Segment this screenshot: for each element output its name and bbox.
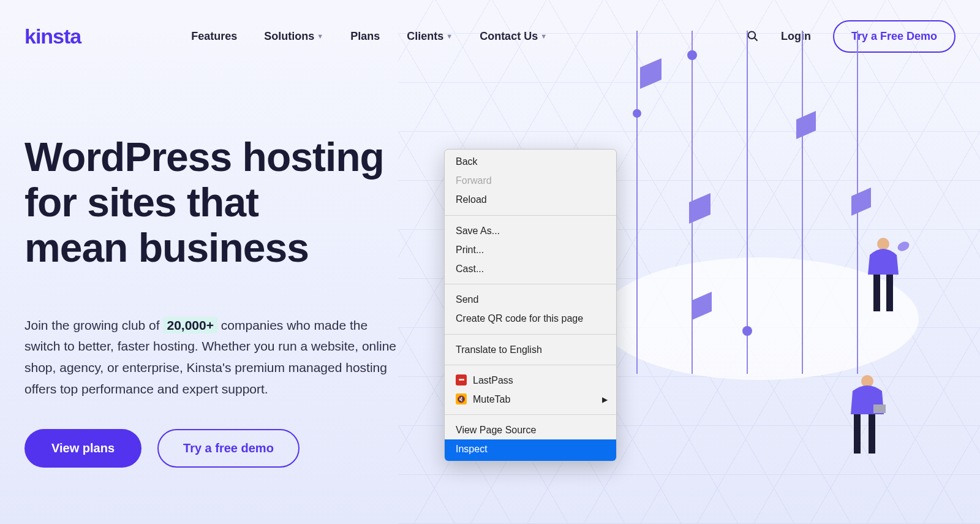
ctx-view-source[interactable]: View Page Source	[445, 418, 616, 439]
main-nav: Features Solutions▼ Plans Clients▼ Conta…	[191, 30, 547, 43]
mutetab-icon: 🔇	[456, 393, 467, 404]
nav-features[interactable]: Features	[191, 30, 237, 43]
svg-rect-21	[869, 414, 875, 454]
ctx-translate[interactable]: Translate to English	[445, 338, 616, 362]
svg-point-7	[742, 326, 752, 336]
svg-point-14	[877, 238, 889, 250]
svg-rect-20	[854, 414, 861, 454]
svg-point-0	[600, 257, 919, 380]
ctx-separator	[445, 334, 616, 335]
ctx-print[interactable]: Print...	[445, 240, 616, 259]
browser-context-menu: Back Forward Reload Save As... Print... …	[444, 149, 617, 461]
hero-section: WordPress hosting for sites that mean bu…	[0, 55, 441, 468]
ctx-reload[interactable]: Reload	[445, 190, 616, 211]
ctx-separator	[445, 284, 616, 284]
ctx-cast[interactable]: Cast...	[445, 259, 616, 281]
ctx-send[interactable]: Send	[445, 287, 616, 309]
svg-marker-9	[640, 58, 662, 89]
company-count-badge: 20,000+	[163, 317, 217, 333]
ctx-mutetab[interactable]: 🔇 MuteTab ▶	[445, 390, 616, 411]
chevron-down-icon: ▼	[540, 32, 547, 40]
search-icon[interactable]	[747, 30, 759, 42]
ctx-separator	[445, 215, 616, 216]
chevron-down-icon: ▼	[446, 32, 453, 40]
svg-rect-16	[886, 275, 893, 311]
try-free-demo-button[interactable]: Try a free demo	[157, 429, 300, 468]
svg-point-22	[748, 32, 755, 39]
submenu-arrow-icon: ▶	[602, 395, 608, 406]
svg-point-18	[861, 375, 873, 387]
svg-rect-19	[873, 404, 886, 413]
ctx-create-qr[interactable]: Create QR code for this page	[445, 309, 616, 330]
ctx-separator	[445, 414, 616, 415]
nav-clients[interactable]: Clients▼	[407, 30, 453, 43]
svg-line-23	[755, 38, 758, 41]
brand-logo[interactable]: kinsta	[24, 25, 81, 48]
ctx-inspect[interactable]: Inspect	[445, 439, 616, 461]
nav-plans[interactable]: Plans	[350, 30, 380, 43]
svg-point-8	[633, 109, 641, 118]
ctx-back[interactable]: Back	[445, 150, 616, 171]
nav-contact[interactable]: Contact Us▼	[480, 30, 547, 43]
nav-solutions[interactable]: Solutions▼	[264, 30, 323, 43]
page-title: WordPress hosting for sites that mean bu…	[24, 135, 441, 271]
svg-point-17	[896, 240, 911, 253]
view-plans-button[interactable]: View plans	[24, 429, 141, 468]
svg-marker-13	[851, 188, 871, 216]
lastpass-icon: •••	[456, 374, 467, 385]
ctx-lastpass[interactable]: ••• LastPass	[445, 368, 616, 390]
try-demo-button[interactable]: Try a Free Demo	[833, 20, 956, 53]
chevron-down-icon: ▼	[317, 32, 323, 40]
hero-subtitle: Join the growing club of 20,000+ compani…	[24, 315, 404, 400]
header-right: Login Try a Free Demo	[747, 20, 956, 53]
ctx-save-as[interactable]: Save As...	[445, 219, 616, 240]
cta-row: View plans Try a free demo	[24, 429, 441, 468]
ctx-separator	[445, 365, 616, 365]
site-header: kinsta Features Solutions▼ Plans Clients…	[0, 0, 980, 55]
svg-rect-15	[873, 275, 880, 311]
svg-marker-12	[796, 111, 816, 139]
svg-marker-10	[689, 193, 710, 224]
ctx-forward: Forward	[445, 171, 616, 190]
login-link[interactable]: Login	[781, 30, 811, 43]
svg-marker-11	[692, 292, 712, 320]
